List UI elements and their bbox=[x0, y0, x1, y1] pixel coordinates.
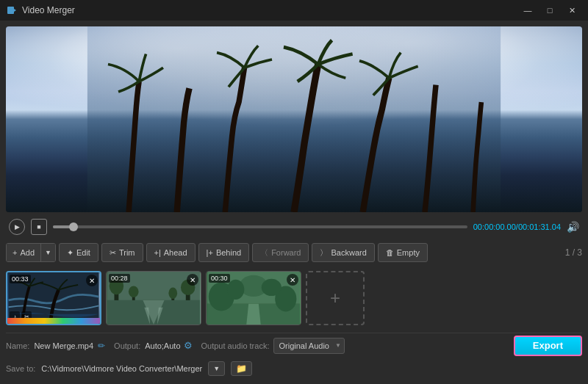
stop-button[interactable]: ■ bbox=[31, 219, 47, 235]
video-preview bbox=[6, 26, 582, 212]
backward-button[interactable]: 〉 Backward bbox=[312, 243, 374, 262]
trash-icon: 🗑 bbox=[386, 248, 394, 257]
clip-duration-2: 00:28 bbox=[109, 274, 130, 283]
palm-trees-svg bbox=[6, 26, 582, 212]
clip-remove-3[interactable]: ✕ bbox=[287, 274, 298, 286]
svg-point-23 bbox=[262, 279, 282, 296]
edit-icon: ✦ bbox=[67, 248, 74, 258]
bottom-bar: Name: New Merge.mp4 ✏ Output: Auto;Auto … bbox=[6, 333, 582, 355]
app-title: Video Merger bbox=[22, 5, 517, 15]
trim-icon: ✂ bbox=[110, 248, 116, 258]
clip-remove-2[interactable]: ✕ bbox=[187, 274, 198, 286]
output-field: Output: Auto;Auto ⚙ bbox=[114, 340, 192, 351]
svg-point-22 bbox=[227, 280, 244, 300]
forward-icon: 〈 bbox=[260, 247, 268, 258]
add-clip-button[interactable]: + bbox=[306, 271, 365, 325]
svg-point-15 bbox=[168, 287, 177, 299]
time-display: 00:00:00.00/00:01:31.04 bbox=[473, 222, 561, 231]
behind-button[interactable]: |+ Behind bbox=[198, 243, 250, 262]
clip-item[interactable]: 00:33 ✕ ♪ ✂ bbox=[6, 271, 101, 325]
video-frame bbox=[6, 26, 582, 212]
maximize-button[interactable]: □ bbox=[539, 2, 560, 18]
clip-duration-1: 00:33 bbox=[10, 275, 31, 283]
name-field: Name: New Merge.mp4 ✏ bbox=[6, 341, 105, 351]
save-to-label: Save to: bbox=[6, 364, 35, 373]
svg-marker-1 bbox=[14, 9, 16, 12]
playback-bar: ▶ ■ 00:00:00.00/00:01:31.04 🔊 bbox=[6, 217, 582, 237]
toolbar: + Add ▼ ✦ Edit ✂ Trim +| Ahead |+ Behind… bbox=[6, 242, 582, 264]
path-dropdown-button[interactable]: ▼ bbox=[208, 361, 225, 376]
close-button[interactable]: ✕ bbox=[562, 2, 582, 18]
backward-icon: 〉 bbox=[320, 247, 328, 258]
output-label: Output: bbox=[114, 341, 140, 350]
output-value: Auto;Auto bbox=[145, 341, 180, 350]
add-button-arrow[interactable]: ▼ bbox=[40, 244, 55, 261]
behind-icon: |+ bbox=[207, 248, 213, 257]
add-icon: + bbox=[12, 248, 17, 257]
minimize-button[interactable]: — bbox=[517, 2, 538, 18]
audio-label: Output audio track: bbox=[201, 341, 270, 350]
output-value-container: Auto;Auto ⚙ bbox=[145, 340, 192, 351]
add-label: Add bbox=[20, 248, 35, 257]
save-bar: Save to: C:\Vidmore\Vidmore Video Conver… bbox=[6, 359, 582, 378]
window-controls: — □ ✕ bbox=[517, 2, 582, 18]
open-folder-button[interactable]: 📁 bbox=[231, 361, 252, 376]
name-label: Name: bbox=[6, 341, 29, 350]
title-bar: Video Merger — □ ✕ bbox=[0, 0, 588, 21]
svg-rect-2 bbox=[87, 26, 501, 212]
save-path: C:\Vidmore\Vidmore Video Converter\Merge… bbox=[41, 364, 202, 373]
export-button[interactable]: Export bbox=[514, 336, 582, 356]
clip-item[interactable]: 00:28 ✕ bbox=[106, 271, 201, 325]
audio-select[interactable]: Original Audio ▼ bbox=[273, 338, 345, 354]
clip-timeline: 00:33 ✕ ♪ ✂ bbox=[6, 268, 582, 328]
video-scene bbox=[6, 26, 582, 212]
color-bar bbox=[7, 318, 100, 324]
ahead-icon: +| bbox=[154, 248, 161, 257]
edit-name-icon[interactable]: ✏ bbox=[98, 341, 105, 351]
volume-icon[interactable]: 🔊 bbox=[567, 221, 579, 233]
progress-track[interactable] bbox=[53, 225, 467, 228]
select-arrow-icon: ▼ bbox=[335, 342, 341, 349]
empty-button[interactable]: 🗑 Empty bbox=[378, 243, 428, 262]
page-indicator: 1 / 3 bbox=[565, 247, 582, 258]
audio-field: Output audio track: Original Audio ▼ bbox=[201, 338, 345, 354]
clip-duration-3: 00:30 bbox=[209, 274, 230, 283]
clip-item[interactable]: 00:30 ✕ bbox=[206, 271, 301, 325]
ahead-button[interactable]: +| Ahead bbox=[146, 243, 196, 262]
gear-icon[interactable]: ⚙ bbox=[184, 340, 193, 351]
add-button-group[interactable]: + Add ▼ bbox=[6, 243, 56, 262]
name-value: New Merge.mp4 bbox=[34, 341, 93, 350]
trim-button[interactable]: ✂ Trim bbox=[101, 243, 143, 262]
audio-select-value: Original Audio bbox=[279, 341, 329, 350]
main-content: ▶ ■ 00:00:00.00/00:01:31.04 🔊 + Add ▼ ✦ … bbox=[0, 21, 588, 384]
edit-button[interactable]: ✦ Edit bbox=[59, 243, 98, 262]
progress-thumb bbox=[69, 222, 78, 231]
svg-point-13 bbox=[129, 286, 139, 297]
clip-remove-1[interactable]: ✕ bbox=[86, 275, 98, 286]
play-button[interactable]: ▶ bbox=[9, 219, 25, 235]
app-icon bbox=[6, 4, 18, 16]
add-button-main[interactable]: + Add bbox=[7, 244, 40, 261]
svg-rect-0 bbox=[7, 7, 14, 14]
forward-button[interactable]: 〈 Forward bbox=[252, 243, 309, 262]
